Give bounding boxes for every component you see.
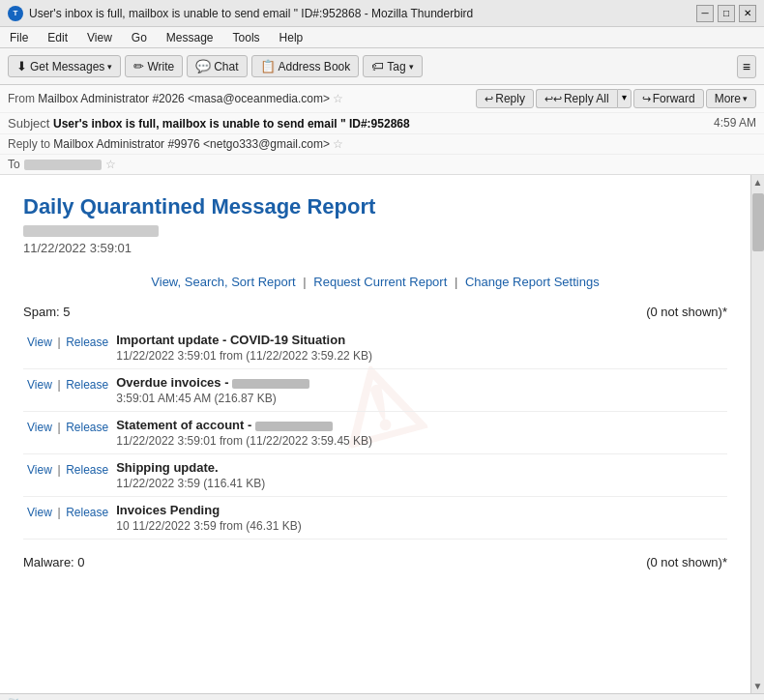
from-star[interactable]: ☆ (333, 92, 343, 105)
change-settings-link[interactable]: Change Report Settings (465, 275, 600, 289)
write-button[interactable]: ✏ Write (125, 55, 183, 77)
spam-detail-1: 3:59:01 AM:45 AM (216.87 KB) (116, 392, 723, 405)
statusbar: 📡 (0, 693, 764, 700)
from-row: From Mailbox Administrator #2026 <masa@o… (0, 85, 764, 113)
close-button[interactable]: ✕ (739, 5, 756, 22)
redacted-sender-2 (255, 422, 333, 431)
release-link-1[interactable]: Release (66, 378, 108, 392)
menu-view[interactable]: View (83, 30, 116, 45)
release-link-0[interactable]: Release (66, 335, 108, 349)
scrollbar-up[interactable]: ▲ (751, 175, 764, 190)
forward-button[interactable]: ↪ Forward (633, 89, 704, 108)
spam-detail-3: 11/22/2022 3:59 (116.41 KB) (116, 477, 723, 490)
chat-button[interactable]: 💬 Chat (187, 55, 247, 77)
spam-title-0: Important update - COVID-19 Situation (116, 333, 723, 347)
more-dropdown-icon: ▾ (743, 94, 748, 103)
redacted-bar (23, 225, 159, 237)
spam-title-3: Shipping update. (116, 460, 723, 475)
spam-row-2: View | Release Statement of account - 11… (23, 412, 727, 454)
action-cell-3: View | Release (23, 454, 112, 497)
reply-all-group: ↩↩ Reply All ▾ (536, 89, 632, 108)
malware-header: Malware: 0 (0 not shown)* (23, 555, 727, 569)
release-link-2[interactable]: Release (66, 421, 108, 434)
release-link-4[interactable]: Release (66, 506, 108, 519)
window-title: User's inbox is full, mailbox is unable … (29, 7, 473, 20)
menu-go[interactable]: Go (128, 30, 151, 45)
spam-row-1: View | Release Overdue invoices - 3:59:0… (23, 369, 727, 412)
menu-edit[interactable]: Edit (44, 30, 72, 45)
content-cell-2: Statement of account - 11/22/2022 3:59:0… (112, 412, 727, 454)
spam-not-shown: (0 not shown)* (646, 305, 727, 319)
reply-all-dropdown[interactable]: ▾ (617, 89, 632, 108)
forward-icon: ↪ (642, 93, 651, 105)
content-cell-3: Shipping update. 11/22/2022 3:59 (116.41… (112, 454, 727, 497)
more-button[interactable]: More ▾ (706, 89, 756, 108)
to-star[interactable]: ☆ (105, 158, 116, 171)
message-body-container: ⚠ Daily Quarantined Message Report 11/22… (0, 175, 750, 693)
malware-not-shown: (0 not shown)* (646, 555, 727, 569)
menu-tools[interactable]: Tools (229, 30, 264, 45)
titlebar-controls[interactable]: ─ □ ✕ (696, 5, 756, 22)
to-row: To ☆ (0, 155, 764, 174)
view-link-0[interactable]: View (27, 335, 52, 349)
spam-row-4: View | Release Invoices Pending 10 11/22… (23, 497, 727, 540)
chat-icon: 💬 (195, 59, 211, 73)
tag-dropdown-icon[interactable]: ▾ (409, 62, 414, 72)
get-messages-icon: ⬇ (16, 59, 27, 73)
address-book-button[interactable]: 📋 Address Book (251, 55, 360, 77)
subject-value: User's inbox is full, mailbox is unable … (53, 117, 410, 131)
view-search-link[interactable]: View, Search, Sort Report (151, 275, 295, 289)
content-cell-4: Invoices Pending 10 11/22/2022 3:59 from… (112, 497, 727, 540)
content-cell-0: Important update - COVID-19 Situation 11… (112, 327, 727, 369)
view-link-2[interactable]: View (27, 421, 52, 434)
maximize-button[interactable]: □ (718, 5, 735, 22)
menu-message[interactable]: Message (162, 30, 218, 45)
spam-title-4: Invoices Pending (116, 503, 723, 517)
toolbar: ⬇ Get Messages ▾ ✏ Write 💬 Chat 📋 Addres… (0, 48, 764, 85)
spam-row-3: View | Release Shipping update. 11/22/20… (23, 454, 727, 497)
view-link-1[interactable]: View (27, 378, 52, 392)
menu-help[interactable]: Help (276, 30, 308, 45)
spam-detail-4: 10 11/22/2022 3:59 from (46.31 KB) (116, 519, 723, 533)
titlebar: T User's inbox is full, mailbox is unabl… (0, 0, 764, 27)
minimize-button[interactable]: ─ (696, 5, 714, 22)
reply-all-button[interactable]: ↩↩ Reply All (536, 89, 617, 108)
subject-field: Subject User's inbox is full, mailbox is… (8, 116, 410, 131)
spam-detail-0: 11/22/2022 3:59:01 from (11/22/2022 3:59… (116, 349, 723, 363)
address-book-icon: 📋 (260, 59, 276, 73)
from-field: From Mailbox Administrator #2026 <masa@o… (8, 92, 343, 105)
view-link-4[interactable]: View (27, 506, 52, 519)
reply-icon: ↩ (485, 93, 493, 105)
email-date: 11/22/2022 3:59:01 (23, 241, 727, 255)
spam-detail-2: 11/22/2022 3:59:01 from (11/22/2022 3:59… (116, 434, 723, 448)
replyto-star[interactable]: ☆ (333, 137, 343, 151)
scrollbar-thumb[interactable] (752, 193, 764, 251)
release-link-3[interactable]: Release (66, 463, 108, 477)
action-cell-0: View | Release (23, 327, 112, 369)
menubar: File Edit View Go Message Tools Help (0, 27, 764, 48)
spam-header: Spam: 5 (0 not shown)* (23, 305, 727, 319)
reply-button[interactable]: ↩ Reply (476, 89, 534, 108)
get-messages-button[interactable]: ⬇ Get Messages ▾ (8, 55, 121, 77)
content-cell-1: Overdue invoices - 3:59:01 AM:45 AM (216… (112, 369, 727, 412)
scrollbar[interactable]: ▲ ▼ (750, 175, 764, 693)
scrollbar-down[interactable]: ▼ (751, 679, 764, 693)
get-messages-dropdown-icon[interactable]: ▾ (107, 62, 112, 72)
message-header: From Mailbox Administrator #2026 <masa@o… (0, 85, 764, 175)
spam-title-2: Statement of account - (116, 418, 723, 432)
message-actions: ↩ Reply ↩↩ Reply All ▾ ↪ Forward More ▾ (476, 89, 756, 108)
replyto-value: Mailbox Administrator #9976 <netgo333@gm… (53, 137, 330, 151)
titlebar-left: T User's inbox is full, mailbox is unabl… (8, 6, 473, 21)
app-icon: T (8, 6, 23, 21)
reply-all-icon: ↩↩ (544, 93, 562, 105)
tag-button[interactable]: 🏷 Tag ▾ (363, 55, 422, 77)
view-link-3[interactable]: View (27, 463, 52, 477)
action-cell-1: View | Release (23, 369, 112, 412)
request-report-link[interactable]: Request Current Report (313, 275, 447, 289)
toolbar-menu-button[interactable]: ≡ (737, 55, 756, 78)
menu-file[interactable]: File (6, 30, 32, 45)
subject-row: Subject User's inbox is full, mailbox is… (0, 113, 764, 134)
write-icon: ✏ (133, 59, 144, 73)
malware-label: Malware: 0 (23, 555, 85, 569)
message-body: ⚠ Daily Quarantined Message Report 11/22… (0, 175, 750, 639)
